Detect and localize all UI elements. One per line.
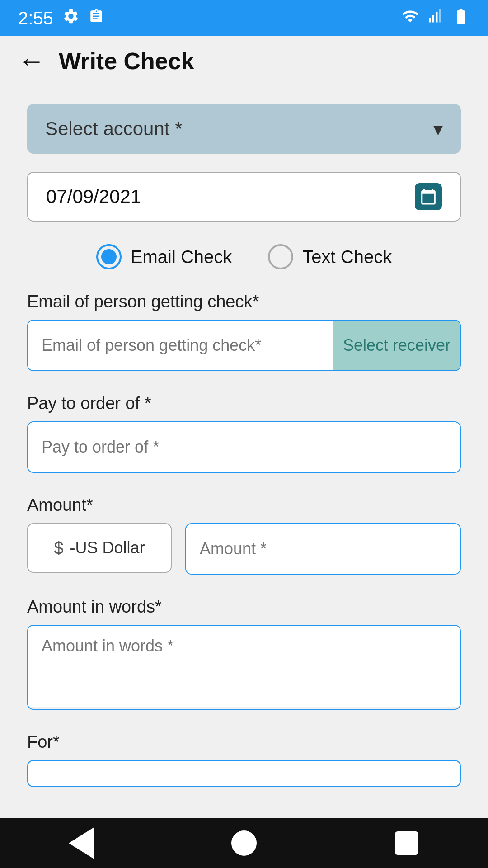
text-check-label: Text Check — [302, 247, 392, 267]
status-bar: 2:55 — [0, 0, 488, 36]
select-receiver-button[interactable]: Select receiver — [333, 321, 460, 370]
amount-in-words-label: Amount in words* — [27, 597, 461, 617]
pay-to-order-label: Pay to order of * — [27, 394, 461, 413]
text-check-option[interactable]: Text Check — [268, 244, 392, 269]
battery-icon — [452, 7, 470, 29]
bottom-navigation — [0, 818, 488, 868]
amount-input-wrapper — [185, 523, 461, 575]
nav-home-button[interactable] — [226, 825, 262, 861]
email-input[interactable] — [28, 321, 333, 370]
email-row: Select receiver — [27, 320, 461, 371]
calendar-icon — [415, 183, 442, 210]
email-section-label: Email of person getting check* — [27, 292, 461, 311]
email-check-radio-fill — [101, 249, 117, 264]
pay-to-order-section: Pay to order of * — [27, 394, 461, 495]
dollar-sign-icon: $ — [54, 538, 63, 558]
chevron-down-icon: ▾ — [433, 118, 443, 140]
status-time: 2:55 — [18, 8, 53, 28]
status-left: 2:55 — [18, 8, 104, 28]
select-account-label: Select account * — [45, 118, 183, 140]
amount-in-words-wrapper — [27, 625, 461, 710]
select-account-dropdown[interactable]: Select account * ▾ — [27, 104, 461, 154]
nav-back-button[interactable] — [63, 825, 99, 861]
email-section: Email of person getting check* Select re… — [27, 292, 461, 394]
currency-label: -US Dollar — [70, 538, 145, 557]
date-picker[interactable]: 07/09/2021 — [27, 172, 461, 222]
email-check-radio[interactable] — [96, 244, 122, 269]
clipboard-icon — [89, 9, 104, 28]
currency-selector[interactable]: $ -US Dollar — [27, 523, 172, 573]
signal-icon — [427, 8, 444, 28]
amount-input[interactable] — [186, 524, 460, 574]
for-section: For* — [27, 732, 461, 787]
back-triangle-icon — [69, 827, 94, 859]
check-type-radio-group: Email Check Text Check — [27, 244, 461, 269]
amount-in-words-section: Amount in words* — [27, 597, 461, 732]
page-title: Write Check — [59, 47, 194, 75]
settings-icon — [62, 8, 80, 28]
main-content: Select account * ▾ 07/09/2021 Email Chec… — [0, 86, 488, 805]
home-circle-icon — [231, 830, 257, 856]
wifi-icon — [401, 7, 419, 29]
recent-square-icon — [395, 831, 418, 855]
header: ← Write Check — [0, 36, 488, 86]
svg-rect-2 — [436, 12, 438, 23]
svg-rect-0 — [429, 18, 431, 23]
status-right — [401, 7, 470, 29]
text-check-radio[interactable] — [268, 244, 293, 269]
for-label: For* — [27, 732, 461, 752]
date-value: 07/09/2021 — [46, 186, 141, 208]
svg-rect-1 — [432, 15, 435, 23]
amount-label: Amount* — [27, 495, 461, 515]
amount-row: $ -US Dollar — [27, 523, 461, 575]
back-button[interactable]: ← — [18, 47, 45, 75]
amount-in-words-input[interactable] — [28, 626, 460, 707]
for-input-wrapper — [27, 760, 461, 787]
svg-rect-3 — [439, 9, 441, 23]
email-check-option[interactable]: Email Check — [96, 244, 232, 269]
email-check-label: Email Check — [131, 247, 232, 267]
pay-to-order-input[interactable] — [28, 422, 460, 472]
pay-to-order-input-wrapper — [27, 421, 461, 473]
nav-recent-button[interactable] — [389, 825, 425, 861]
amount-section: Amount* $ -US Dollar — [27, 495, 461, 597]
